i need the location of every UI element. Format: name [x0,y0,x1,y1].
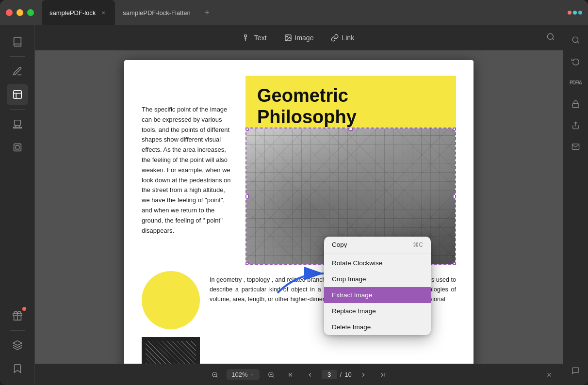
total-pages: 10 [344,371,351,378]
image-label: Image [295,34,314,42]
tab-close-1[interactable]: ✕ [99,9,107,16]
svg-point-28 [572,37,578,42]
toolbar: Text Image Link [35,25,563,50]
right-mail-icon[interactable] [567,138,585,155]
yellow-header: GeometricPhilosophy [245,76,456,128]
tab-samplePDF-lock[interactable]: samplePDF-lock ✕ [42,0,115,25]
svg-line-18 [216,376,218,377]
minimize-button[interactable] [16,9,23,16]
close-button[interactable] [6,9,13,16]
svg-rect-0 [13,91,21,99]
handle-top-mid[interactable] [348,128,353,131]
maximize-button[interactable] [27,9,34,16]
right-share-icon[interactable] [567,116,585,134]
last-page-button[interactable] [375,367,391,383]
sidebar-item-stamp[interactable] [7,113,28,135]
sidebar-item-gift[interactable] [7,305,28,326]
menu-item-delete[interactable]: Delete Image [324,319,431,335]
svg-line-29 [577,41,579,43]
page-number-input[interactable] [322,370,337,379]
sidebar-item-edit-doc[interactable] [7,84,28,105]
divider-2 [10,109,25,110]
tab-label-1: samplePDF-lock [49,9,96,16]
zoom-in-button[interactable] [263,367,279,383]
sidebar-item-layers[interactable] [7,137,28,158]
svg-marker-8 [13,341,21,345]
handle-mid-right[interactable] [453,194,456,199]
svg-rect-3 [14,120,20,126]
sidebar-item-pen[interactable] [7,61,28,82]
logo-dot-red [568,11,572,15]
link-label: Link [342,34,354,42]
main-area: Text Image Link [0,25,588,385]
titlebar: samplePDF-lock ✕ samplePDF-lock-Flatten … [0,0,588,25]
svg-rect-9 [245,35,246,37]
menu-copy-label: Copy [332,241,347,248]
menu-copy-shortcut: ⌘C [413,241,423,248]
svg-line-15 [552,38,554,40]
svg-rect-5 [16,145,19,149]
app-window: samplePDF-lock ✕ samplePDF-lock-Flatten … [0,0,588,385]
menu-item-rotate[interactable]: Rotate Clockwise [324,255,431,271]
zoom-value: 102% [231,371,247,378]
page-separator: / [340,371,342,378]
menu-extract-label: Extract Image [332,291,372,299]
menu-item-replace[interactable]: Replace Image [324,303,431,319]
traffic-lights [6,9,34,16]
sidebar-item-bookmark[interactable] [7,358,28,379]
page-input-group: / 10 [322,370,352,379]
app-logo [568,11,582,15]
menu-divider-1 [324,254,431,254]
sidebar-item-book[interactable] [7,31,28,52]
image-tool-button[interactable]: Image [278,31,321,45]
close-bottom-button[interactable] [541,367,557,383]
svg-point-13 [286,36,287,37]
text-tool-button[interactable]: Text [237,31,274,45]
svg-rect-30 [572,103,579,107]
svg-point-14 [547,33,553,39]
menu-item-extract[interactable]: Extract Image [324,287,431,303]
gift-badge [22,307,26,311]
menu-delete-label: Delete Image [332,323,371,331]
link-tool-button[interactable]: Link [324,31,361,45]
menu-crop-label: Crop Image [332,275,366,283]
prev-page-button[interactable] [302,367,318,383]
right-pdfa-icon[interactable]: PDF/A [567,74,585,91]
zoom-level-display[interactable]: 102% [227,369,259,380]
sidebar-left [0,25,35,385]
right-comment-icon[interactable] [567,362,585,379]
menu-item-crop[interactable]: Crop Image [324,271,431,287]
content-area: The specific point of the image can be e… [35,50,563,364]
text-label: Text [254,34,267,42]
content-wrap: Text Image Link [35,25,563,385]
zoom-out-button[interactable] [207,367,223,383]
svg-rect-4 [14,144,21,151]
logo-dot-blue [578,11,582,15]
first-page-button[interactable] [283,367,298,383]
tab-samplePDF-lock-flatten[interactable]: samplePDF-lock-Flatten [115,0,198,25]
handle-mid-left[interactable] [245,194,249,199]
left-paragraph: The specific point of the image can be e… [142,105,234,236]
sidebar-item-stack[interactable] [7,335,28,356]
pdf-left-text: The specific point of the image can be e… [142,105,234,236]
add-tab-button[interactable]: + [200,6,214,19]
bottom-bar: 102% [35,364,563,385]
tab-label-2: samplePDF-lock-Flatten [123,9,190,16]
search-icon[interactable] [546,32,555,43]
logo-dot-teal [573,11,577,15]
context-menu: Copy ⌘C Rotate Clockwise Crop Image Extr… [324,237,431,335]
menu-replace-label: Replace Image [332,307,376,315]
handle-bottom-right[interactable] [453,262,456,265]
menu-item-copy[interactable]: Copy ⌘C [324,237,431,253]
svg-line-21 [272,376,274,377]
pdf-heading: GeometricPhilosophy [257,85,444,128]
right-search-icon[interactable] [567,31,585,48]
tab-bar: samplePDF-lock ✕ samplePDF-lock-Flatten … [42,0,214,25]
handle-bottom-left[interactable] [245,262,249,265]
pdfa-label: PDF/A [570,80,582,85]
right-refresh-icon[interactable] [567,52,585,70]
next-page-button[interactable] [356,367,371,383]
handle-top-left[interactable] [245,128,249,131]
handle-top-right[interactable] [453,128,456,131]
right-lock-icon[interactable] [567,95,585,112]
